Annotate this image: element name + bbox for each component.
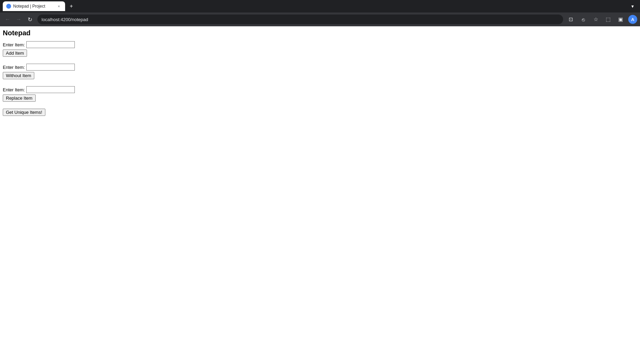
without-item-button[interactable]: Without Item (3, 72, 34, 79)
address-bar[interactable]: localhost:4200/notepad (37, 15, 563, 24)
replace-item-section: Enter Item: Replace Item (3, 86, 637, 102)
profile-button[interactable]: A (628, 15, 637, 24)
without-item-input[interactable] (26, 64, 75, 71)
browser-tab[interactable]: Notepad | Project × (3, 1, 65, 11)
address-bar-row: ← → ↻ localhost:4200/notepad ⊡ ⎋ ☆ ⬚ ▣ A (0, 12, 640, 26)
address-text: localhost:4200/notepad (42, 17, 88, 22)
tab-list-button[interactable]: ▾ (628, 1, 637, 11)
replace-item-label: Enter Item: (3, 87, 25, 92)
get-unique-button[interactable]: Get Unique Items! (3, 109, 45, 116)
without-item-section: Enter Item: Without Item (3, 64, 637, 79)
page-content: Notepad Enter Item: Add Item Enter Item:… (0, 26, 640, 126)
toolbar-icons: ⊡ ⎋ ☆ ⬚ ▣ A (566, 15, 637, 24)
add-item-section: Enter Item: Add Item (3, 41, 637, 57)
refresh-button[interactable]: ↻ (25, 15, 35, 24)
share-icon[interactable]: ⎋ (578, 15, 588, 24)
tab-bar: Notepad | Project × + ▾ (0, 0, 640, 12)
page-title: Notepad (3, 29, 637, 37)
replace-item-input[interactable] (26, 86, 75, 93)
add-item-label: Enter Item: (3, 42, 25, 47)
browser-chrome: Notepad | Project × + ▾ ← → ↻ localhost:… (0, 0, 640, 26)
tab-title: Notepad | Project (13, 4, 54, 9)
without-item-row: Enter Item: (3, 64, 637, 71)
reader-mode-icon[interactable]: ⊡ (566, 15, 576, 24)
replace-item-button[interactable]: Replace Item (3, 94, 36, 102)
replace-item-row: Enter Item: (3, 86, 637, 93)
back-button[interactable]: ← (3, 15, 12, 24)
without-item-label: Enter Item: (3, 65, 25, 70)
add-item-row: Enter Item: (3, 41, 637, 48)
add-item-button[interactable]: Add Item (3, 49, 27, 57)
add-item-input[interactable] (26, 41, 75, 48)
forward-button[interactable]: → (14, 15, 24, 24)
new-tab-button[interactable]: + (66, 1, 76, 11)
bookmark-icon[interactable]: ☆ (591, 15, 601, 24)
extensions-icon[interactable]: ⬚ (603, 15, 613, 24)
tab-close-button[interactable]: × (56, 3, 62, 9)
tab-favicon-icon (6, 4, 11, 9)
get-unique-section: Get Unique Items! (3, 109, 637, 116)
sidebar-icon[interactable]: ▣ (616, 15, 625, 24)
